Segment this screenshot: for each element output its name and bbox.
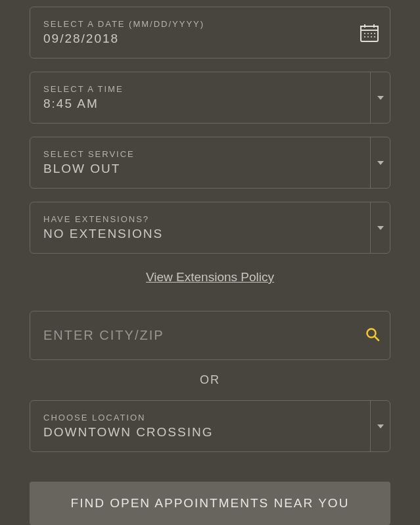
svg-point-6 (371, 33, 372, 34)
svg-rect-1 (361, 26, 378, 30)
date-field[interactable]: SELECT A DATE (MM/DD/YYYY) 09/28/2018 (30, 7, 390, 58)
policy-link-container: View Extensions Policy (30, 270, 390, 285)
location-dropdown-arrow[interactable] (370, 401, 390, 451)
svg-point-9 (367, 36, 369, 37)
svg-rect-0 (361, 26, 378, 41)
search-icon[interactable] (365, 327, 380, 344)
extensions-select[interactable]: HAVE EXTENSIONS? NO EXTENSIONS (30, 202, 390, 254)
location-value: DOWNTOWN CROSSING (30, 425, 390, 451)
date-value: 09/28/2018 (30, 32, 390, 58)
svg-point-8 (364, 36, 365, 37)
location-label: CHOOSE LOCATION (30, 401, 390, 425)
chevron-down-icon (377, 424, 384, 428)
date-label: SELECT A DATE (MM/DD/YYYY) (30, 7, 390, 32)
chevron-down-icon (377, 161, 384, 165)
svg-point-4 (364, 33, 365, 34)
time-label: SELECT A TIME (30, 72, 390, 97)
svg-point-5 (367, 33, 369, 34)
or-divider: OR (30, 373, 390, 387)
calendar-icon[interactable] (359, 22, 380, 43)
chevron-down-icon (377, 226, 384, 230)
service-label: SELECT SERVICE (30, 137, 390, 162)
city-zip-search[interactable]: ENTER CITY/ZIP (30, 311, 390, 360)
extensions-dropdown-arrow[interactable] (370, 202, 390, 253)
svg-point-7 (374, 33, 375, 34)
chevron-down-icon (377, 96, 384, 100)
service-select[interactable]: SELECT SERVICE BLOW OUT (30, 137, 390, 189)
extensions-policy-link[interactable]: View Extensions Policy (146, 270, 274, 284)
extensions-value: NO EXTENSIONS (30, 227, 390, 253)
extensions-label: HAVE EXTENSIONS? (30, 202, 390, 227)
time-value: 8:45 AM (30, 97, 390, 123)
svg-line-13 (375, 336, 379, 340)
time-dropdown-arrow[interactable] (370, 72, 390, 123)
svg-point-11 (374, 36, 375, 37)
svg-point-10 (371, 36, 372, 37)
find-appointments-button[interactable]: FIND OPEN APPOINTMENTS NEAR YOU (30, 482, 390, 525)
location-select[interactable]: CHOOSE LOCATION DOWNTOWN CROSSING (30, 400, 390, 452)
service-dropdown-arrow[interactable] (370, 137, 390, 188)
search-placeholder: ENTER CITY/ZIP (43, 328, 164, 342)
service-value: BLOW OUT (30, 162, 390, 188)
time-select[interactable]: SELECT A TIME 8:45 AM (30, 72, 390, 124)
